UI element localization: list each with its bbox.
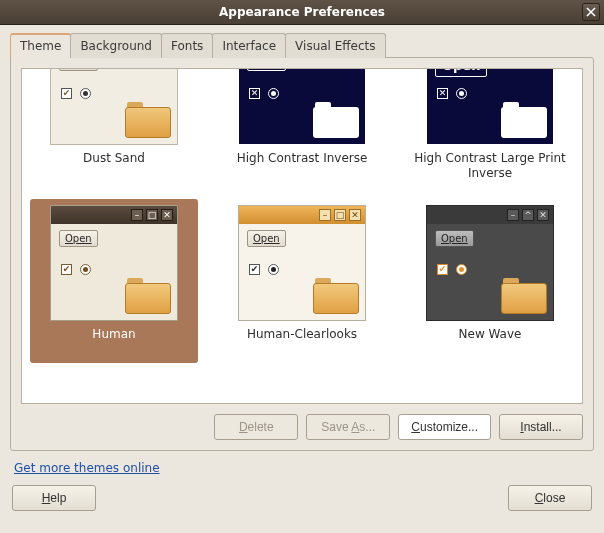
- tabs: Theme Background Fonts Interface Visual …: [10, 33, 594, 58]
- theme-thumb: –□✕ Open: [50, 205, 178, 321]
- theme-action-buttons: Delete Save As... Customize... Install..…: [21, 414, 583, 440]
- folder-icon: [313, 278, 359, 314]
- theme-item-dust-sand[interactable]: –□✕ Open Dust Sand: [30, 68, 198, 187]
- theme-label: High Contrast Inverse: [237, 151, 368, 181]
- tab-visual-effects[interactable]: Visual Effects: [285, 33, 385, 58]
- theme-thumb: –^✕ Open: [426, 205, 554, 321]
- theme-label: High Contrast Large Print Inverse: [412, 151, 568, 181]
- tab-fonts[interactable]: Fonts: [161, 33, 213, 58]
- theme-thumb: –□✕ Open: [238, 68, 366, 145]
- folder-icon: [501, 102, 547, 138]
- theme-label: Human-Clearlooks: [247, 327, 357, 357]
- customize-button[interactable]: Customize...: [398, 414, 491, 440]
- more-themes-link-row: Get more themes online: [10, 461, 594, 475]
- folder-icon: [125, 278, 171, 314]
- folder-icon: [501, 278, 547, 314]
- folder-icon: [313, 102, 359, 138]
- delete-button: Delete: [214, 414, 298, 440]
- tab-background[interactable]: Background: [70, 33, 162, 58]
- tab-theme[interactable]: Theme: [10, 33, 71, 58]
- theme-item-human[interactable]: –□✕ Open Human: [30, 199, 198, 363]
- theme-item-human-clearlooks[interactable]: –□✕ Open Human-Clearlooks: [218, 199, 386, 363]
- tab-panel-theme: –□✕ Open Dust Sand –□✕ Open High Contras: [10, 57, 594, 451]
- folder-icon: [125, 102, 171, 138]
- install-button[interactable]: Install...: [499, 414, 583, 440]
- save-as-button: Save As...: [306, 414, 390, 440]
- theme-item-new-wave[interactable]: –^✕ Open New Wave: [406, 199, 574, 363]
- close-button[interactable]: Close: [508, 485, 592, 511]
- window-body: Theme Background Fonts Interface Visual …: [0, 25, 604, 521]
- theme-thumb: –□✕ Open: [238, 205, 366, 321]
- theme-label: New Wave: [459, 327, 522, 357]
- help-button[interactable]: Help: [12, 485, 96, 511]
- theme-item-high-contrast-large-print-inverse[interactable]: –□✕ Open High Contrast Large Print Inver…: [406, 68, 574, 187]
- theme-thumb: –□✕ Open: [50, 68, 178, 145]
- tab-interface[interactable]: Interface: [212, 33, 286, 58]
- dialog-buttons: Help Close: [10, 485, 594, 511]
- more-themes-link[interactable]: Get more themes online: [14, 461, 160, 475]
- theme-label: Dust Sand: [83, 151, 145, 181]
- titlebar: Appearance Preferences: [0, 0, 604, 25]
- window-title: Appearance Preferences: [219, 5, 385, 19]
- theme-list[interactable]: –□✕ Open Dust Sand –□✕ Open High Contras: [21, 68, 583, 404]
- close-icon: [586, 7, 596, 17]
- window-close-button[interactable]: [582, 3, 600, 21]
- theme-item-high-contrast-inverse[interactable]: –□✕ Open High Contrast Inverse: [218, 68, 386, 187]
- theme-grid: –□✕ Open Dust Sand –□✕ Open High Contras: [30, 68, 574, 363]
- theme-thumb: –□✕ Open: [426, 68, 554, 145]
- theme-label: Human: [92, 327, 135, 357]
